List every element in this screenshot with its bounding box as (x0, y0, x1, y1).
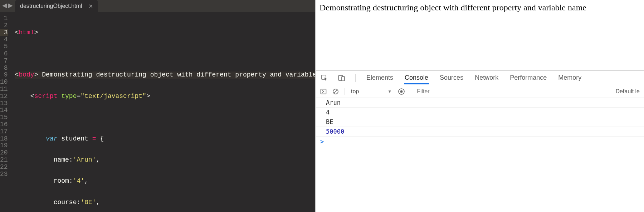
line-number: 4 (0, 36, 8, 43)
console-toolbar: top ▼ Default le (316, 85, 644, 98)
code-line: name:'Arun', (15, 157, 355, 164)
console-output: Arun4BE50000> (316, 98, 644, 212)
line-number: 12 (0, 93, 8, 100)
line-number: 2 (0, 22, 8, 29)
nav-forward-icon[interactable]: ▶ (8, 1, 13, 9)
close-icon[interactable]: ✕ (88, 3, 93, 10)
line-number: 14 (0, 107, 8, 114)
console-sidebar-toggle-icon[interactable] (320, 88, 327, 95)
editor-pane: ◀ ▶ destructuringObject.html ✕ 123456789… (0, 0, 315, 212)
code-line (15, 114, 355, 121)
editor-tabbar: ◀ ▶ destructuringObject.html ✕ (0, 0, 315, 12)
devtools-tab-memory[interactable]: Memory (557, 71, 582, 84)
chevron-down-icon: ▼ (387, 89, 392, 94)
line-number: 7 (0, 58, 8, 65)
browser-pane: Demonstrating destructuring object with … (315, 0, 644, 212)
inspect-element-icon[interactable] (321, 74, 328, 82)
devtools-tab-sources[interactable]: Sources (439, 71, 464, 84)
line-number: 3 (0, 29, 8, 36)
code-line: var student = { (15, 135, 355, 143)
toggle-device-icon[interactable] (338, 74, 345, 82)
line-number: 17 (0, 128, 8, 135)
line-number: 19 (0, 142, 8, 149)
line-number: 20 (0, 149, 8, 157)
line-gutter: 1234567891011121314151617181920212223 (0, 12, 11, 212)
line-number: 15 (0, 114, 8, 121)
line-number: 8 (0, 65, 8, 72)
line-number: 16 (0, 121, 8, 128)
line-number: 5 (0, 43, 8, 50)
code-line: <script type="text/javascript"> (15, 93, 355, 100)
devtools: ElementsConsoleSourcesNetworkPerformance… (316, 71, 644, 212)
separator (355, 74, 356, 82)
editor-tab-title: destructuringObject.html (20, 3, 82, 9)
line-number: 22 (0, 164, 8, 171)
line-number: 10 (0, 79, 8, 86)
code-line: <html> (15, 29, 355, 36)
line-number: 23 (0, 171, 8, 178)
separator (345, 88, 345, 95)
console-filter-input[interactable] (417, 88, 503, 95)
devtools-tab-elements[interactable]: Elements (366, 71, 394, 84)
console-line: BE (316, 117, 644, 127)
execution-context-selector[interactable]: top ▼ (351, 88, 392, 95)
devtools-tab-console[interactable]: Console (404, 71, 429, 84)
devtools-tab-performance[interactable]: Performance (509, 71, 547, 84)
line-number: 18 (0, 135, 8, 143)
code-line: course:'BE', (15, 199, 355, 206)
app-root: ◀ ▶ destructuringObject.html ✕ 123456789… (0, 0, 644, 212)
devtools-tabbar: ElementsConsoleSourcesNetworkPerformance… (316, 71, 644, 85)
code-area[interactable]: 1234567891011121314151617181920212223 <h… (0, 12, 315, 212)
context-label: top (351, 88, 359, 95)
svg-point-7 (400, 90, 403, 93)
line-number: 11 (0, 86, 8, 93)
log-level-selector[interactable]: Default le (615, 88, 640, 95)
nav-back-icon[interactable]: ◀ (2, 1, 7, 9)
line-number: 6 (0, 50, 8, 58)
console-line: 50000 (316, 127, 644, 137)
line-number: 13 (0, 100, 8, 107)
clear-console-icon[interactable] (332, 88, 339, 95)
line-number: 1 (0, 15, 8, 22)
line-number: 9 (0, 72, 8, 79)
live-expression-icon[interactable] (398, 88, 405, 95)
page-text: Demonstrating destructuring object with … (319, 3, 586, 12)
code-line: <body> Demonstrating destructuring objec… (15, 72, 355, 79)
code-line (15, 50, 355, 58)
console-line: 4 (316, 108, 644, 117)
svg-line-5 (334, 90, 337, 93)
console-line: Arun (316, 98, 644, 108)
console-prompt[interactable]: > (316, 137, 644, 147)
code-body[interactable]: <html> <body> Demonstrating destructurin… (11, 12, 355, 212)
svg-rect-2 (342, 77, 345, 81)
line-number: 21 (0, 157, 8, 164)
separator (411, 88, 411, 95)
editor-nav-arrows: ◀ ▶ (0, 1, 15, 12)
editor-tab-active[interactable]: destructuringObject.html ✕ (15, 0, 98, 12)
devtools-tab-network[interactable]: Network (474, 71, 499, 84)
page-viewport: Demonstrating destructuring object with … (316, 0, 644, 71)
code-line: room:'4', (15, 178, 355, 185)
